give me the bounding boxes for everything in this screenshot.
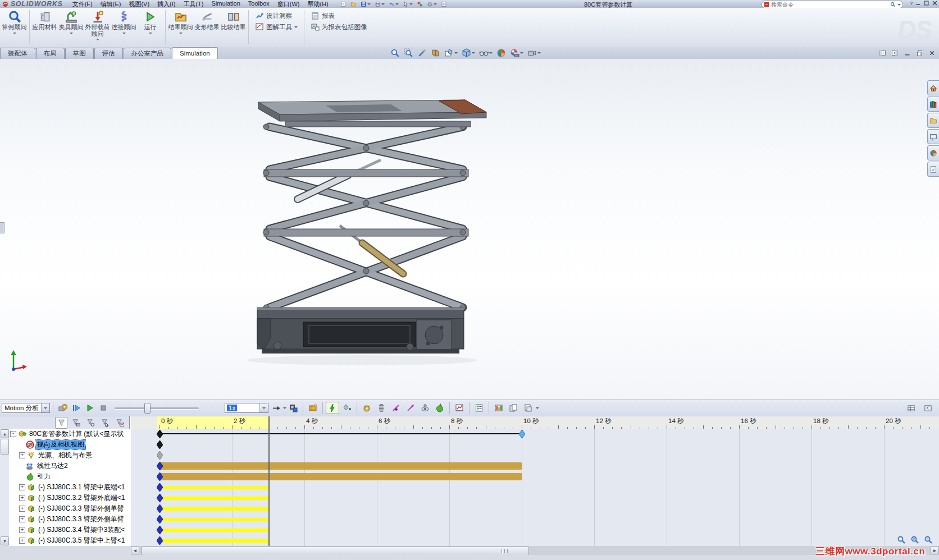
key-diamond[interactable] [157, 430, 163, 438]
select-button[interactable] [403, 1, 413, 7]
key-diamond[interactable] [157, 504, 163, 513]
undo-button[interactable] [389, 1, 399, 7]
menu-item[interactable]: 文件(F) [69, 0, 97, 8]
filter-results-button[interactable] [113, 417, 126, 429]
search-input[interactable] [771, 2, 888, 7]
expand-icon[interactable]: + [19, 506, 25, 512]
graphics-viewport[interactable] [0, 59, 939, 400]
menu-item[interactable]: 工具(T) [179, 0, 207, 8]
ribbon-button[interactable]: 应用材料 [31, 8, 58, 47]
menu-item[interactable]: Toolbox [244, 0, 274, 8]
tree-item[interactable]: +光源、相机与布景 [9, 450, 129, 461]
key-diamond[interactable] [157, 526, 163, 534]
ribbon-button[interactable]: 变形结果 [194, 8, 220, 47]
tree-item[interactable]: 视向及相机视图 [9, 439, 129, 450]
file-properties-button[interactable] [441, 1, 447, 7]
save-animation-button[interactable] [286, 402, 300, 414]
zoom-to-fit-button[interactable] [390, 48, 400, 58]
tree-scrollbar[interactable]: ▲ ▼ [0, 429, 10, 546]
play-button[interactable] [83, 402, 97, 414]
change-bar[interactable] [159, 486, 268, 489]
minimize-button[interactable] [915, 0, 921, 6]
key-diamond[interactable] [157, 440, 163, 449]
menu-item[interactable]: 编辑(E) [97, 0, 125, 8]
open-file-button[interactable] [350, 1, 357, 7]
search-icon[interactable] [890, 2, 896, 7]
menu-item[interactable]: 帮助(H) [304, 0, 332, 8]
previous-view-button[interactable] [417, 48, 427, 58]
playback-speed-select[interactable]: 1x [225, 403, 268, 413]
tab-Simulation[interactable]: Simulation [172, 47, 218, 59]
change-bar[interactable] [159, 529, 268, 532]
force-button[interactable] [404, 402, 417, 414]
timeline-slider[interactable] [115, 402, 199, 414]
toggle-left-pane-button[interactable] [879, 49, 886, 59]
ribbon-button[interactable]: 夹具顾问 [58, 8, 84, 47]
event-based-view-button[interactable] [492, 402, 505, 414]
tree-item[interactable]: +(-) SJJ80C.3.3 臂架外侧单臂 [9, 503, 129, 514]
spring-button[interactable] [375, 402, 388, 414]
search-caret-icon[interactable] [897, 4, 901, 7]
scroll-up-icon[interactable]: ▲ [1, 429, 9, 438]
play-from-start-button[interactable] [70, 402, 83, 414]
current-time-bar[interactable] [268, 429, 270, 546]
design-library-tab[interactable] [927, 97, 939, 112]
timeline-zoom-out-button[interactable] [924, 535, 933, 547]
key-diamond[interactable] [157, 483, 163, 492]
scroll-right-icon[interactable]: ► [931, 547, 939, 554]
tab-评估[interactable]: 评估 [94, 48, 123, 59]
rebuild-button[interactable] [417, 1, 423, 7]
add-key-button[interactable] [340, 402, 354, 414]
tree-item[interactable]: +(-) SJJ80C.3.2 臂架外底端<1 [9, 493, 129, 503]
scroll-down-icon[interactable]: ▼ [1, 536, 9, 545]
ribbon-button[interactable]: 外部载荷顾问 [84, 8, 111, 47]
timeline-grid-view-button[interactable] [904, 402, 918, 414]
hscroll-thumb[interactable] [142, 547, 529, 556]
tree-item[interactable]: +(-) SJJ80C.3.5 臂架中上臂<1 [9, 535, 129, 546]
filter-driving-button[interactable] [84, 417, 97, 429]
view-settings-button[interactable] [527, 48, 541, 58]
section-view-button[interactable] [431, 48, 440, 58]
animation-wizard-button[interactable] [306, 402, 320, 414]
tab-布局[interactable]: 布局 [36, 48, 65, 59]
expand-icon[interactable]: + [19, 538, 25, 544]
filter-all-button[interactable] [55, 417, 67, 429]
key-diamond[interactable] [157, 515, 163, 524]
tab-装配体[interactable]: 装配体 [0, 48, 35, 59]
change-bar[interactable] [159, 473, 522, 480]
options-button[interactable] [427, 1, 437, 7]
tree-scroll-thumb[interactable] [1, 439, 9, 455]
export-results-button[interactable] [521, 402, 535, 414]
doc-minimize-button[interactable] [904, 49, 911, 59]
playback-mode-button[interactable] [270, 402, 283, 414]
autokey-button[interactable] [326, 402, 339, 414]
custom-properties-tab[interactable] [927, 162, 939, 177]
calculate-button[interactable] [56, 402, 70, 414]
hide-show-items-button[interactable] [479, 48, 493, 58]
key-diamond[interactable] [157, 462, 163, 470]
stop-button[interactable] [97, 402, 110, 414]
view-orientation-button[interactable] [444, 48, 458, 58]
command-search[interactable] [762, 1, 903, 8]
filter-animated-button[interactable] [70, 417, 82, 429]
maximize-button[interactable] [923, 0, 929, 6]
new-file-button[interactable] [340, 1, 347, 7]
ribbon-small-button[interactable]: 为报表包括图像 [311, 22, 367, 31]
tree-item[interactable]: -80C套管参数计算 (默认<显示状 [9, 429, 129, 439]
doc-close-button[interactable] [928, 49, 936, 59]
tab-草图[interactable]: 草图 [65, 48, 94, 59]
results-and-plots-button[interactable] [453, 402, 466, 414]
toggle-right-pane-button[interactable] [891, 49, 899, 59]
appearances-scenes-tab[interactable] [927, 145, 939, 160]
menu-item[interactable]: 视图(V) [125, 0, 153, 8]
slider-thumb[interactable] [144, 403, 151, 414]
tree-item[interactable]: 引力 [9, 471, 129, 482]
contact-button[interactable] [418, 402, 432, 414]
current-time-bar[interactable] [268, 416, 270, 429]
zoom-to-area-button[interactable] [404, 48, 413, 58]
change-bar[interactable] [159, 539, 268, 543]
timeline-lanes[interactable] [131, 429, 939, 546]
display-style-button[interactable] [462, 48, 475, 58]
ribbon-button[interactable]: 算例顾问 [1, 8, 28, 47]
change-bar[interactable] [159, 518, 268, 521]
